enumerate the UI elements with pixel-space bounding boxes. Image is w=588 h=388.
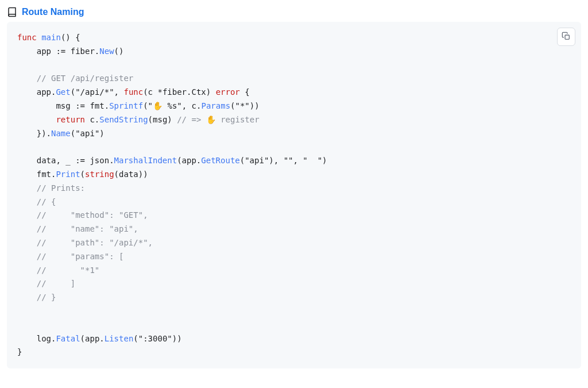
book-icon xyxy=(7,7,17,17)
code-block: func main() { app := fiber.New() // GET … xyxy=(7,22,581,368)
copy-button[interactable] xyxy=(557,28,575,46)
heading-row: Route Naming xyxy=(7,7,581,17)
copy-icon xyxy=(562,32,571,43)
route-naming-link[interactable]: Route Naming xyxy=(22,7,84,17)
svg-rect-0 xyxy=(565,35,569,39)
code-content: func main() { app := fiber.New() // GET … xyxy=(17,31,571,359)
